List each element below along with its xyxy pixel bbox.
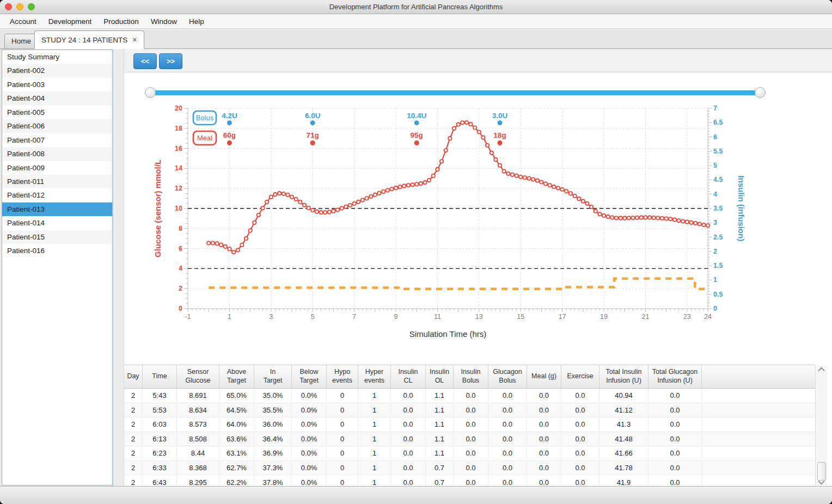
table-cell: 41.78 (599, 461, 649, 475)
menu-item-window[interactable]: Window (151, 17, 177, 26)
table-header-sensor-glucose[interactable]: Sensor Glucose (177, 365, 219, 388)
svg-text:0.5: 0.5 (713, 291, 723, 298)
table-cell-filler (702, 389, 815, 403)
table-row[interactable]: 26:038.57364.0%36.0%0.0%010.01.10.00.00.… (124, 417, 815, 432)
table-cell: 40.94 (599, 389, 649, 403)
table-cell: 0.0 (454, 446, 488, 460)
sidebar-item-patient-005[interactable]: Patient-005 (2, 106, 112, 119)
table-header-in-target[interactable]: In Target (254, 365, 292, 388)
table-header-row: DayTimeSensor GlucoseAbove TargetIn Targ… (124, 365, 815, 389)
table-header-total-glucagon-infusion-u-[interactable]: Total Glucagon Infusion (U) (649, 365, 702, 388)
svg-text:5: 5 (713, 162, 717, 169)
svg-text:15: 15 (517, 313, 524, 321)
sidebar-item-patient-004[interactable]: Patient-004 (2, 91, 112, 105)
table-row[interactable]: 26:238.4463.1%36.9%0.0%010.01.10.00.00.0… (124, 446, 815, 461)
table-header-exercise[interactable]: Exercise (561, 365, 599, 388)
sidebar-item-patient-008[interactable]: Patient-008 (2, 147, 112, 161)
svg-text:6: 6 (713, 133, 717, 141)
menu-item-production[interactable]: Production (103, 17, 139, 26)
svg-text:16: 16 (175, 145, 182, 152)
table-header-insulin-bolus[interactable]: Insulin Bolus (454, 365, 488, 388)
prev-patient-button[interactable]: << (133, 53, 157, 69)
right-axis-title: Insulin (infusion) (737, 176, 746, 242)
svg-text:0: 0 (179, 305, 182, 312)
svg-text:6: 6 (179, 245, 182, 253)
table-row[interactable]: 25:438.69165.0%35.0%0.0%010.01.10.00.00.… (124, 389, 815, 403)
table-row[interactable]: 25:538.63464.5%35.5%0.0%010.01.10.00.00.… (124, 403, 815, 418)
table-cell: 0.0% (292, 432, 327, 446)
table-cell: 1.1 (426, 432, 454, 446)
next-patient-button[interactable]: >> (159, 53, 182, 69)
table-cell: 8.508 (177, 432, 219, 446)
sidebar-item-patient-003[interactable]: Patient-003 (2, 78, 112, 91)
slider-handle-left[interactable] (145, 87, 156, 98)
table-header-insulin-cl[interactable]: Insulin CL (391, 365, 426, 388)
table-row[interactable]: 26:138.50863.6%36.4%0.0%010.01.10.00.00.… (124, 432, 815, 447)
table-header-above-target[interactable]: Above Target (219, 365, 254, 388)
meal-event-label: 18g (493, 131, 506, 139)
sidebar-item-patient-009[interactable]: Patient-009 (2, 161, 112, 175)
menu-bar: AccountDevelopmentProductionWindowHelp (0, 14, 832, 29)
table-cell: 64.0% (219, 417, 254, 432)
table-header-hypo-events[interactable]: Hypo events (327, 365, 358, 388)
main-panel: << >> -113579111315171921232402468101214… (124, 49, 832, 486)
table-cell: 1.1 (426, 403, 454, 417)
table-header-glucagon-bolus[interactable]: Glucagon Bolus (488, 365, 527, 388)
menu-item-help[interactable]: Help (189, 17, 204, 26)
sidebar-item-patient-014[interactable]: Patient-014 (2, 216, 112, 230)
table-header-filler (702, 365, 815, 388)
table-cell: 2 (124, 389, 143, 403)
table-cell: 0.0 (649, 403, 702, 417)
meal-event-label: 95g (411, 131, 423, 139)
table-header-meal-g-[interactable]: Meal (g) (527, 365, 561, 388)
table-header-below-target[interactable]: Below Target (292, 365, 327, 388)
table-header-hyper-events[interactable]: Hyper events (358, 365, 391, 388)
table-cell: 0.0% (292, 389, 327, 403)
tab-home[interactable]: Home (4, 34, 38, 49)
svg-text:18: 18 (175, 125, 182, 132)
sidebar-item-patient-002[interactable]: Patient-002 (2, 64, 112, 77)
results-table: DayTimeSensor GlucoseAbove TargetIn Targ… (124, 365, 815, 486)
svg-text:2: 2 (713, 248, 717, 255)
panel-splitter[interactable] (113, 49, 124, 486)
svg-text:3: 3 (713, 219, 717, 226)
table-cell: 0.0 (488, 403, 527, 417)
table-header-total-insulin-infusion-u-[interactable]: Total Insulin Infusion (U) (599, 365, 649, 388)
table-cell-filler (702, 446, 815, 460)
svg-text:12: 12 (175, 185, 182, 192)
tab-study-24-14-patients[interactable]: STUDY 24 : 14 PATIENTS× (34, 30, 144, 49)
sidebar-item-patient-006[interactable]: Patient-006 (2, 119, 112, 133)
chevron-up-icon (818, 367, 825, 374)
table-cell: 0.0 (527, 417, 561, 432)
table-row[interactable]: 26:338.36862.7%37.3%0.0%010.00.70.00.00.… (124, 461, 815, 476)
menu-item-development[interactable]: Development (48, 17, 92, 26)
table-cell: 0.0 (488, 432, 527, 446)
table-header-time[interactable]: Time (143, 365, 177, 388)
table-vertical-scrollbar[interactable] (815, 365, 827, 486)
sidebar-item-patient-015[interactable]: Patient-015 (2, 230, 112, 244)
table-cell: 41.66 (599, 446, 649, 460)
table-header-insulin-ol[interactable]: Insulin OL (426, 365, 454, 388)
time-range-slider[interactable] (150, 90, 761, 95)
sidebar-item-patient-012[interactable]: Patient-012 (2, 188, 112, 202)
sidebar-item-patient-011[interactable]: Patient-011 (2, 175, 112, 188)
table-cell: 0.0 (649, 417, 702, 432)
table-cell: 0.7 (426, 461, 454, 475)
sidebar-item-patient-013[interactable]: Patient-013 (2, 202, 112, 216)
slider-handle-right[interactable] (755, 87, 766, 98)
scroll-up-button[interactable] (816, 365, 827, 374)
table-cell: 0.0 (391, 432, 426, 446)
menu-item-account[interactable]: Account (10, 17, 36, 26)
tab-close-icon[interactable]: × (132, 35, 137, 44)
table-cell: 0 (327, 389, 358, 403)
bolus-event-label: 4.2U (222, 112, 237, 120)
sidebar-item-study-summary[interactable]: Study Summary (2, 50, 112, 64)
table-cell: 0 (327, 461, 358, 475)
table-header-day[interactable]: Day (124, 365, 143, 388)
scrollbar-thumb[interactable] (817, 462, 826, 481)
table-cell: 1 (358, 446, 391, 460)
table-cell: 41.3 (599, 417, 649, 432)
table-cell: 0.0 (454, 403, 488, 417)
sidebar-item-patient-016[interactable]: Patient-016 (2, 244, 112, 257)
sidebar-item-patient-007[interactable]: Patient-007 (2, 133, 112, 147)
